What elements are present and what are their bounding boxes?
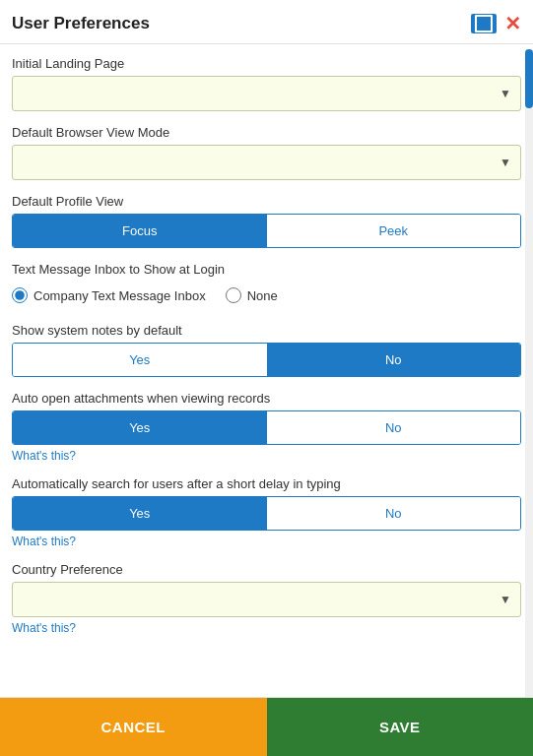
initial-landing-page-select[interactable] bbox=[12, 76, 521, 111]
text-message-inbox-group: Text Message Inbox to Show at Login Comp… bbox=[12, 262, 521, 309]
auto-search-yes-btn[interactable]: Yes bbox=[13, 497, 267, 530]
scrollbar-track[interactable] bbox=[525, 49, 533, 697]
initial-landing-page-label: Initial Landing Page bbox=[12, 56, 521, 71]
content-area: Initial Landing Page ▼ Default Browser V… bbox=[0, 44, 533, 692]
default-profile-view-toggle: Focus Peek bbox=[12, 214, 521, 248]
auto-search-users-group: Automatically search for users after a s… bbox=[12, 476, 521, 548]
header-save-icon[interactable] bbox=[471, 14, 497, 33]
show-system-notes-group: Show system notes by default Yes No bbox=[12, 323, 521, 377]
radio-option-none[interactable]: None bbox=[226, 287, 278, 303]
footer: CANCEL SAVE bbox=[0, 697, 533, 756]
auto-search-users-toggle: Yes No bbox=[12, 496, 521, 531]
auto-open-attachments-group: Auto open attachments when viewing recor… bbox=[12, 391, 521, 463]
auto-open-whats-this[interactable]: What's this? bbox=[12, 449, 521, 463]
country-preference-select[interactable] bbox=[12, 582, 521, 617]
country-preference-wrapper: ▼ bbox=[12, 582, 521, 617]
initial-landing-page-wrapper: ▼ bbox=[12, 76, 521, 111]
auto-open-attachments-label: Auto open attachments when viewing recor… bbox=[12, 391, 521, 406]
auto-open-no-btn[interactable]: No bbox=[267, 411, 521, 444]
auto-search-whats-this[interactable]: What's this? bbox=[12, 535, 521, 548]
default-browser-view-label: Default Browser View Mode bbox=[12, 125, 521, 140]
title-bar-icons: ✕ bbox=[471, 14, 521, 33]
radio-option-company[interactable]: Company Text Message Inbox bbox=[12, 287, 206, 303]
cancel-button[interactable]: CANCEL bbox=[0, 698, 267, 756]
country-preference-whats-this[interactable]: What's this? bbox=[12, 621, 521, 635]
profile-view-peek-btn[interactable]: Peek bbox=[267, 215, 521, 247]
auto-search-no-btn[interactable]: No bbox=[267, 497, 521, 530]
title-bar: User Preferences ✕ bbox=[0, 0, 533, 44]
auto-open-yes-btn[interactable]: Yes bbox=[13, 411, 267, 444]
initial-landing-page-group: Initial Landing Page ▼ bbox=[12, 56, 521, 111]
show-system-notes-label: Show system notes by default bbox=[12, 323, 521, 338]
system-notes-no-btn[interactable]: No bbox=[267, 344, 521, 376]
profile-view-focus-btn[interactable]: Focus bbox=[13, 215, 267, 247]
country-preference-label: Country Preference bbox=[12, 562, 521, 577]
radio-company-inbox[interactable] bbox=[12, 287, 28, 303]
default-profile-view-group: Default Profile View Focus Peek bbox=[12, 194, 521, 248]
save-button[interactable]: SAVE bbox=[267, 698, 534, 756]
text-message-inbox-radio-group: Company Text Message Inbox None bbox=[12, 282, 521, 309]
country-preference-group: Country Preference ▼ What's this? bbox=[12, 562, 521, 635]
scrollbar-thumb[interactable] bbox=[525, 49, 533, 108]
default-browser-view-select[interactable] bbox=[12, 145, 521, 180]
auto-search-users-label: Automatically search for users after a s… bbox=[12, 476, 521, 491]
page-title: User Preferences bbox=[12, 14, 150, 33]
title-bar-left: User Preferences bbox=[12, 14, 150, 33]
text-message-inbox-label: Text Message Inbox to Show at Login bbox=[12, 262, 521, 277]
default-browser-view-wrapper: ▼ bbox=[12, 145, 521, 180]
auto-open-attachments-toggle: Yes No bbox=[12, 410, 521, 445]
radio-company-inbox-label: Company Text Message Inbox bbox=[33, 288, 206, 303]
show-system-notes-toggle: Yes No bbox=[12, 343, 521, 377]
default-profile-view-label: Default Profile View bbox=[12, 194, 521, 209]
radio-none[interactable] bbox=[226, 287, 241, 303]
default-browser-view-group: Default Browser View Mode ▼ bbox=[12, 125, 521, 180]
close-icon[interactable]: ✕ bbox=[504, 14, 521, 33]
system-notes-yes-btn[interactable]: Yes bbox=[13, 344, 267, 376]
radio-none-label: None bbox=[247, 288, 278, 303]
